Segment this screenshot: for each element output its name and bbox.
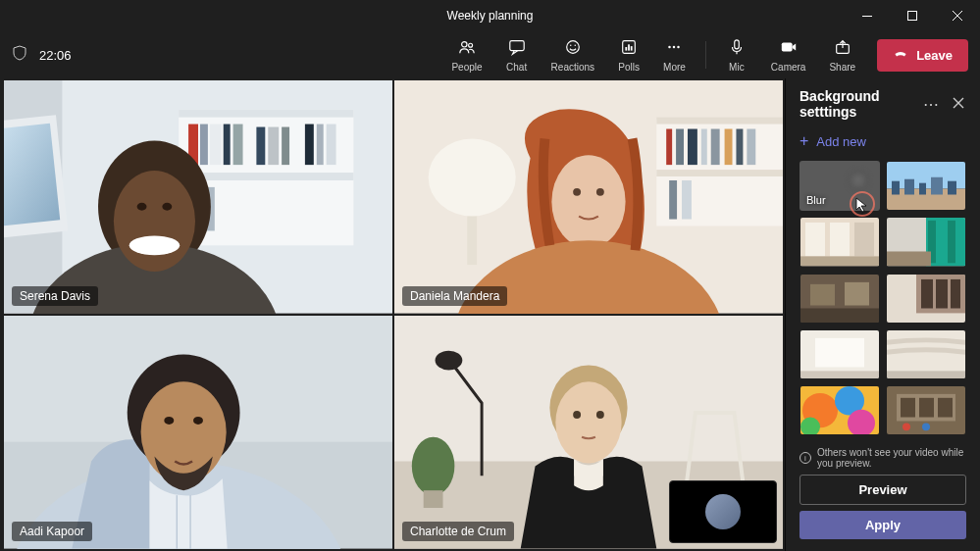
svg-rect-120 xyxy=(919,398,934,418)
svg-rect-52 xyxy=(711,128,720,165)
toolbar-divider xyxy=(705,41,706,69)
svg-point-62 xyxy=(596,188,604,196)
background-option[interactable] xyxy=(886,385,966,435)
svg-rect-101 xyxy=(845,281,869,305)
share-button[interactable]: Share xyxy=(819,34,865,76)
svg-rect-24 xyxy=(210,125,222,166)
add-new-button[interactable]: + Add new xyxy=(786,127,980,161)
participant-tile[interactable]: Charlotte de Crum xyxy=(394,316,783,549)
close-button[interactable] xyxy=(935,0,980,31)
polls-button[interactable]: Polls xyxy=(608,34,649,76)
panel-footer: i Others won't see your video while you … xyxy=(786,437,980,551)
preview-button[interactable]: Preview xyxy=(799,475,966,505)
svg-rect-54 xyxy=(736,128,743,165)
panel-more-button[interactable]: ⋯ xyxy=(921,94,941,114)
svg-point-7 xyxy=(574,44,575,45)
camera-button[interactable]: Camera xyxy=(761,34,816,76)
svg-rect-85 xyxy=(931,177,943,195)
svg-rect-50 xyxy=(688,128,697,165)
camera-icon xyxy=(780,38,798,60)
svg-point-61 xyxy=(573,188,581,196)
svg-rect-95 xyxy=(938,221,946,263)
background-option-blur[interactable]: Blur xyxy=(799,161,880,211)
background-option[interactable] xyxy=(799,274,880,324)
svg-rect-84 xyxy=(919,183,926,195)
svg-rect-108 xyxy=(815,338,864,368)
background-option[interactable] xyxy=(799,329,880,379)
svg-rect-25 xyxy=(224,125,231,166)
svg-rect-28 xyxy=(268,127,279,166)
participant-tile[interactable]: Serena Davis xyxy=(4,80,392,314)
svg-rect-49 xyxy=(676,128,684,165)
window-title: Weekly planning xyxy=(447,9,534,23)
svg-point-70 xyxy=(193,417,203,425)
smile-icon xyxy=(564,38,582,60)
svg-rect-89 xyxy=(830,223,850,256)
svg-rect-82 xyxy=(892,181,900,195)
hangup-icon xyxy=(893,46,908,65)
svg-point-12 xyxy=(669,45,672,48)
background-option[interactable] xyxy=(886,161,966,211)
svg-rect-27 xyxy=(256,127,265,166)
svg-rect-30 xyxy=(305,125,314,166)
minimize-button[interactable] xyxy=(845,0,890,31)
svg-rect-29 xyxy=(282,127,289,166)
svg-point-77 xyxy=(555,381,621,463)
chat-icon xyxy=(508,38,526,60)
participant-name: Serena Davis xyxy=(12,286,98,306)
maximize-button[interactable] xyxy=(890,0,935,31)
window-controls xyxy=(845,0,980,31)
titlebar: Weekly planning xyxy=(0,0,980,31)
svg-point-69 xyxy=(164,417,174,425)
panel-header: Background setttings ⋯ xyxy=(786,78,980,127)
svg-rect-90 xyxy=(854,223,874,256)
svg-point-58 xyxy=(429,138,516,216)
svg-rect-11 xyxy=(631,46,633,51)
svg-rect-96 xyxy=(948,221,955,263)
video-grid: Serena Davis Dan xyxy=(0,78,785,551)
plus-icon: + xyxy=(799,133,808,149)
svg-rect-75 xyxy=(424,490,443,508)
svg-rect-15 xyxy=(735,39,740,48)
svg-rect-106 xyxy=(951,278,960,308)
svg-rect-16 xyxy=(781,42,792,51)
more-button[interactable]: More xyxy=(653,34,696,76)
apply-button[interactable]: Apply xyxy=(799,511,966,539)
panel-title: Background setttings xyxy=(799,88,913,120)
share-icon xyxy=(834,38,851,60)
mic-button[interactable]: Mic xyxy=(716,34,757,76)
background-option[interactable] xyxy=(886,274,966,324)
svg-point-122 xyxy=(903,423,910,430)
background-option[interactable] xyxy=(799,385,880,435)
svg-rect-1 xyxy=(908,12,917,21)
svg-rect-91 xyxy=(800,257,879,267)
close-icon xyxy=(953,95,964,113)
svg-point-40 xyxy=(114,171,195,272)
svg-point-73 xyxy=(436,351,463,371)
reactions-button[interactable]: Reactions xyxy=(542,34,604,76)
participant-tile[interactable]: Aadi Kapoor xyxy=(4,316,392,549)
people-button[interactable]: People xyxy=(441,34,491,76)
svg-point-123 xyxy=(922,423,930,430)
people-icon xyxy=(458,38,476,60)
background-option[interactable] xyxy=(886,329,966,379)
svg-point-68 xyxy=(141,381,227,482)
svg-rect-51 xyxy=(701,128,707,165)
chat-button[interactable]: Chat xyxy=(496,34,538,76)
self-view[interactable] xyxy=(669,480,777,543)
svg-point-2 xyxy=(462,41,467,46)
svg-rect-4 xyxy=(509,40,523,50)
svg-point-42 xyxy=(137,203,147,211)
panel-close-button[interactable] xyxy=(949,94,968,114)
svg-point-5 xyxy=(567,40,580,53)
background-option[interactable] xyxy=(886,217,966,267)
ellipsis-icon xyxy=(665,38,683,60)
svg-rect-83 xyxy=(904,179,914,195)
participant-name: Daniela Mandera xyxy=(402,286,507,306)
leave-button[interactable]: Leave xyxy=(877,39,968,72)
cursor-icon xyxy=(855,197,871,213)
svg-rect-100 xyxy=(810,283,835,305)
participant-tile[interactable]: Daniela Mandera xyxy=(394,80,783,314)
background-grid: Blur xyxy=(786,161,980,437)
background-option[interactable] xyxy=(799,217,880,267)
